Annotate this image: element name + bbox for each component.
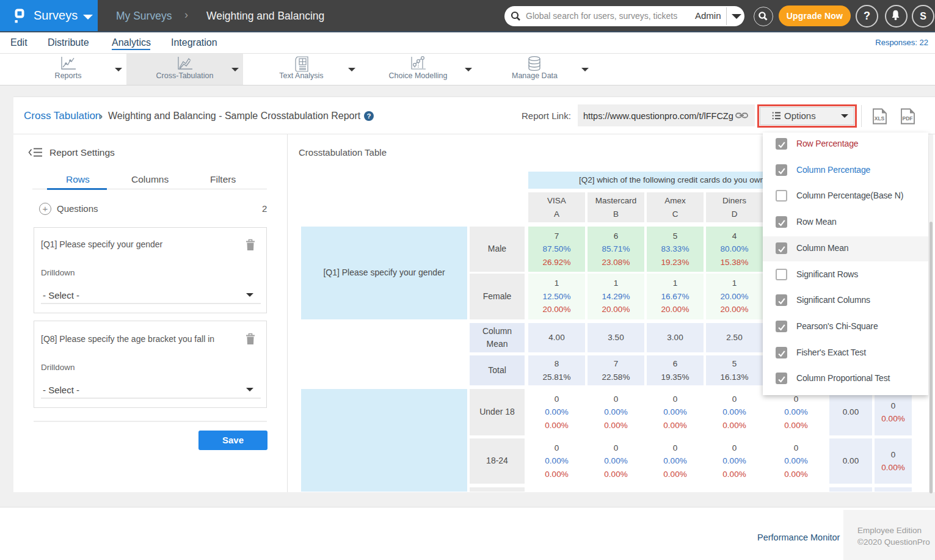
svg-text:PDF: PDF [903,115,913,122]
svg-text:XLS: XLS [875,115,885,122]
